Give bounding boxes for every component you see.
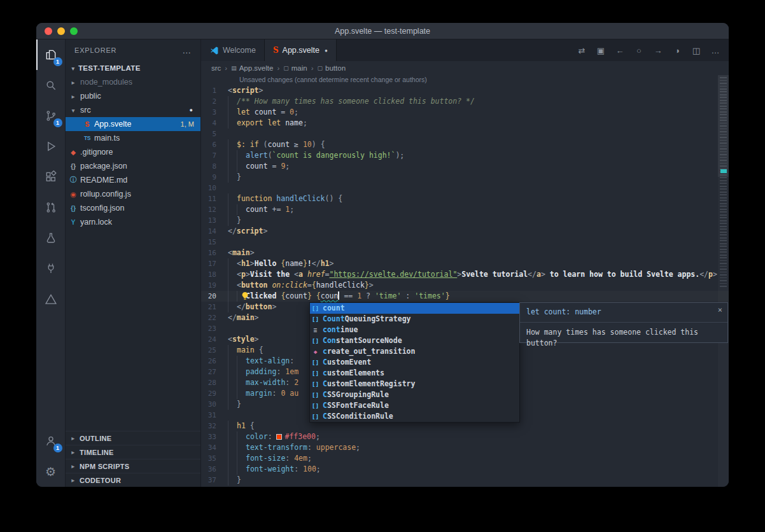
code-line-36[interactable]: 36font-weight: 100; <box>201 464 729 475</box>
lightbulb-icon[interactable] <box>241 291 249 304</box>
activity-remote[interactable] <box>36 253 66 284</box>
forward-icon[interactable]: → <box>649 46 668 55</box>
code-line-19[interactable]: 19<button on:click={handleClick}> <box>201 280 729 291</box>
suggestion-create-out-transition[interactable]: ◆create_out_transition <box>310 346 519 357</box>
tree-item-src[interactable]: ▾src● <box>66 103 200 117</box>
tree-item-node-modules[interactable]: ▸node_modules <box>66 75 200 89</box>
back-icon[interactable]: ← <box>610 46 629 55</box>
timeline-icon[interactable]: ◑ <box>668 46 687 55</box>
code-line-33[interactable]: 33color: #ff3e00; <box>201 431 729 442</box>
breadcrumb: src›▤App.svelte›▢main›▢button <box>201 61 729 75</box>
tree-item-public[interactable]: ▸public <box>66 89 200 103</box>
suggestion-count[interactable]: []count <box>310 303 519 314</box>
more-actions-icon[interactable]: … <box>706 46 725 55</box>
breadcrumb-separator: › <box>277 64 279 72</box>
suggestion-customelementregistry[interactable]: []CustomElementRegistry <box>310 379 519 389</box>
activity-azure[interactable] <box>36 284 66 314</box>
suggestion-cssgroupingrule[interactable]: []CSSGroupingRule <box>310 389 519 400</box>
code-line-1[interactable]: 1<script> <box>201 85 729 96</box>
explorer-sidebar: EXPLORER … ▾ TEST-TEMPLATE ▸node_modules… <box>66 39 201 487</box>
code-line-4[interactable]: 4export let name; <box>201 118 729 129</box>
tree-item-readme-md[interactable]: ⓘREADME.md <box>66 173 200 187</box>
tree-item-yarn-lock[interactable]: Yyarn.lock <box>66 215 200 229</box>
minimap-slider[interactable] <box>718 75 729 177</box>
tree-item--gitignore[interactable]: ◆.gitignore <box>66 145 200 159</box>
code-line-20[interactable]: 20Clicked {count} {coun == 1 ? 'time' : … <box>201 291 729 302</box>
tab-app-svelte[interactable]: S App.svelte ● <box>265 39 337 61</box>
source-control-graph-icon[interactable]: ⇄ <box>572 46 591 55</box>
minimap[interactable] <box>718 75 729 487</box>
activity-search[interactable] <box>36 70 66 101</box>
suggestion-countqueuingstrategy[interactable]: []CountQueuingStrategy <box>310 314 519 325</box>
activity-github-pr[interactable] <box>36 192 66 223</box>
activity-explorer[interactable]: 1 <box>36 39 66 70</box>
tab-welcome[interactable]: Welcome <box>201 39 265 61</box>
code-line-6[interactable]: 6$: if (count ≥ 10) { <box>201 139 729 150</box>
suggestion-constantsourcenode[interactable]: []ConstantSourceNode <box>310 335 519 346</box>
suggestion-continue[interactable]: ≡continue <box>310 325 519 335</box>
tree-item-rollup-config-js[interactable]: ◉rollup.config.js <box>66 187 200 201</box>
code-line-17[interactable]: 17<h1>Hello {name}!</h1> <box>201 258 729 269</box>
activity-accounts[interactable]: 1 <box>36 426 66 456</box>
code-lines: 1<script>2/** How many times has someone… <box>201 85 729 486</box>
breadcrumb-item-src[interactable]: src <box>211 64 221 72</box>
minimize-button[interactable] <box>57 27 65 35</box>
tree-item-tsconfig-json[interactable]: {}tsconfig.json <box>66 201 200 215</box>
code-line-15[interactable]: 15 <box>201 237 729 248</box>
panel-header-timeline[interactable]: ▸TIMELINE <box>66 445 200 459</box>
code-line-11[interactable]: 11function handleClick() { <box>201 193 729 204</box>
activity-test[interactable] <box>36 223 66 253</box>
breadcrumb-item-main[interactable]: ▢main <box>283 64 307 72</box>
breadcrumb-item-button[interactable]: ▢button <box>318 64 346 72</box>
breadcrumb-item-app-svelte[interactable]: ▤App.svelte <box>231 64 273 72</box>
window-title: App.svelte — test-template <box>335 27 430 36</box>
close-button[interactable] <box>45 27 52 35</box>
code-line-34[interactable]: 34text-transform: uppercase; <box>201 442 729 453</box>
activity-extensions[interactable] <box>36 162 66 192</box>
suggestion-cssconditionrule[interactable]: []CSSConditionRule <box>310 411 519 422</box>
panel-header-npm-scripts[interactable]: ▸NPM SCRIPTS <box>66 459 200 473</box>
suggestion-cssfontfacerule[interactable]: []CSSFontFaceRule <box>310 400 519 411</box>
code-line-16[interactable]: 16<main> <box>201 248 729 258</box>
close-icon[interactable]: × <box>718 305 722 316</box>
panel-header-codetour[interactable]: ▸CODETOUR <box>66 473 200 487</box>
rollup-file-icon: ◉ <box>68 190 78 198</box>
code-line-9[interactable]: 9} <box>201 172 729 183</box>
suggestion-customelements[interactable]: []customElements <box>310 368 519 379</box>
file-label: main.ts <box>94 134 120 143</box>
workspace-root-header[interactable]: ▾ TEST-TEMPLATE <box>66 61 200 75</box>
chevron-right-icon: ▸ <box>68 477 78 484</box>
code-line-18[interactable]: 18<p>Visit the <a href="https://svelte.d… <box>201 269 729 280</box>
code-line-13[interactable]: 13} <box>201 215 729 226</box>
activity-source-control[interactable]: 1 <box>36 101 66 131</box>
line-number: 29 <box>201 388 228 399</box>
open-changes-icon[interactable]: ▣ <box>591 46 610 55</box>
code-line-8[interactable]: 8count = 9; <box>201 161 729 172</box>
tab-label: App.svelte <box>283 46 319 55</box>
run-icon[interactable]: ○ <box>629 46 649 55</box>
code-line-5[interactable]: 5 <box>201 129 729 139</box>
split-editor-icon[interactable]: ◫ <box>687 46 706 55</box>
code-line-12[interactable]: 12count += 1; <box>201 204 729 215</box>
suggestion-label: CustomEvent <box>323 357 371 368</box>
line-number: 32 <box>201 421 228 431</box>
code-line-10[interactable]: 10 <box>201 183 729 193</box>
code-line-2[interactable]: 2/** How many times has someone clicked … <box>201 96 729 107</box>
code-line-37[interactable]: 37} <box>201 475 729 486</box>
code-line-14[interactable]: 14</script> <box>201 226 729 237</box>
zoom-button[interactable] <box>70 27 78 35</box>
more-actions-icon[interactable]: … <box>182 45 192 55</box>
activity-run-debug[interactable] <box>36 131 66 162</box>
line-number: 27 <box>201 367 228 377</box>
codelens[interactable]: Unsaved changes (cannot determine recent… <box>201 75 729 85</box>
suggest-list: []count[]CountQueuingStrategy≡continue[]… <box>309 302 520 423</box>
suggestion-customevent[interactable]: []CustomEvent <box>310 357 519 368</box>
tree-item-package-json[interactable]: {}package.json <box>66 159 200 173</box>
code-line-3[interactable]: 3let count = 0; <box>201 107 729 118</box>
code-line-35[interactable]: 35font-size: 4em; <box>201 453 729 464</box>
tree-item-main-ts[interactable]: TSmain.ts <box>66 131 200 145</box>
activity-settings[interactable]: ⚙ <box>36 456 66 487</box>
tree-item-app-svelte[interactable]: SApp.svelte1, M <box>66 117 200 131</box>
code-line-7[interactable]: 7alert(`count is dangerously high!`); <box>201 150 729 161</box>
panel-header-outline[interactable]: ▸OUTLINE <box>66 431 200 445</box>
